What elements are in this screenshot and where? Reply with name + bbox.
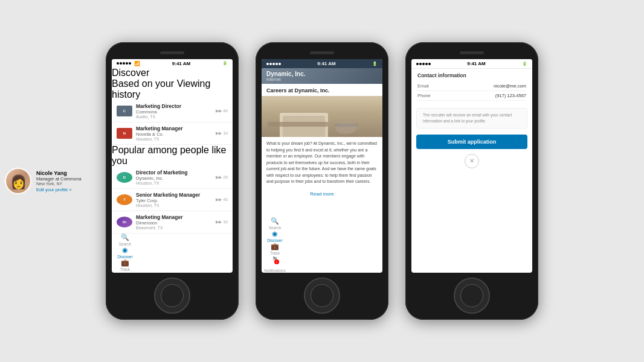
screen-3: 9:41 AM 🔋 👩 Nicole Yang Manager at Commo…: [411, 59, 532, 273]
profile-overlay: 👩 Nicole Yang Manager at Commona New Yor…: [411, 59, 532, 273]
phone-3: 9:41 AM 🔋 👩 Nicole Yang Manager at Commo…: [405, 42, 538, 320]
